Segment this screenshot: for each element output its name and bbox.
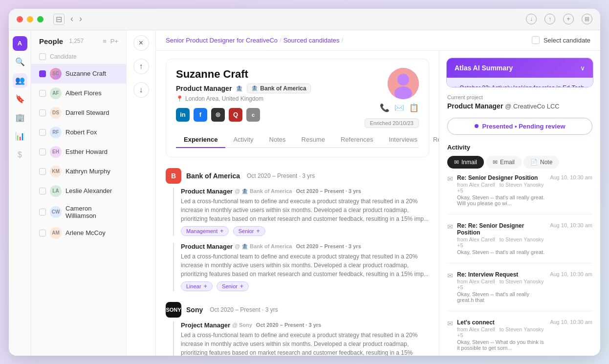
atlas-bullet-1-text: October 23: Actively looking for roles i… [459,84,585,87]
note-icon: 📄 [530,159,538,166]
sidebar-item-darrell-steward[interactable]: DS Darrell Steward [31,103,126,123]
suzanne-checkbox[interactable] [39,70,46,77]
profile-location: 📍 London Area, United Kingdom [176,95,365,102]
albert-checkbox[interactable] [39,90,46,97]
crunchbase-button[interactable]: c [246,108,260,122]
profile-area: Suzanne Craft Product Manager 🏦 🏦 Bank o… [156,51,439,356]
people-icon[interactable]: 👥 [13,73,27,88]
phone-icon[interactable]: 📞 [380,103,390,112]
minimize-dot[interactable] [27,16,33,22]
profile-title-row: Product Manager 🏦 🏦 Bank of America [176,84,365,93]
activity-subject-3: Re: Interview Request [457,271,546,278]
atlas-ai-header: Atlas AI Summary ∨ [447,58,593,78]
sidebar-header: People 1,257 ≡ P+ [31,30,126,49]
sidebar-item-leslie-alexander[interactable]: LA Leslie Alexander [31,181,126,201]
activity-item-1[interactable]: ✉ Re: Senior Designer Position from Alex… [447,174,592,206]
search-icon[interactable]: 🔍 [13,55,27,69]
tag-linear[interactable]: Linear + [181,281,213,291]
activity-tab-inmail[interactable]: ✉ Inmail [447,156,484,169]
bookmark-icon[interactable]: 🔖 [13,92,27,107]
grid-icon[interactable]: ⊞ [582,14,592,24]
robert-checkbox[interactable] [39,129,46,136]
breadcrumb-link-2[interactable]: Sourced candidates [283,37,340,44]
tag-senior-2[interactable]: Senior + [217,281,249,291]
tab-references[interactable]: References [333,132,381,148]
sidebar-item-cameron-williamson[interactable]: CW Cameron Williamson [31,201,126,223]
copy-icon[interactable]: 📋 [409,103,419,112]
add-person-icon[interactable]: P+ [110,38,118,45]
next-candidate-button[interactable]: ↓ [133,82,149,98]
breadcrumb: Senior Product Designer for CreativeCo /… [156,30,600,51]
cameron-checkbox[interactable] [39,209,46,215]
close-dot[interactable] [17,16,23,22]
tab-interviews[interactable]: Interviews [381,132,425,148]
activity-tab-note[interactable]: 📄 Note [523,156,559,169]
tag-management-1[interactable]: Management + [181,226,229,236]
app-logo-icon[interactable]: A [13,36,27,51]
esther-checkbox[interactable] [39,149,46,155]
activity-tab-email[interactable]: ✉ Email [486,156,522,169]
github-button[interactable]: ◎ [211,108,225,122]
sidebar-item-kathryn-murphy[interactable]: KM Kathryn Murphy [31,162,126,181]
sidebar-count: 1,257 [69,38,84,44]
activity-time-3: Aug 10, 10:30 am [550,271,592,277]
profile-right: 📞 ✉️ 📋 Enriched 20/10/23 [365,68,419,128]
right-panel: Atlas AI Summary ∨ October 23: Actively … [439,51,600,356]
facebook-button[interactable]: f [194,108,207,122]
tab-resume[interactable]: Resume [294,132,333,148]
sidebar-toggle-icon[interactable]: ⊟ [53,14,65,25]
activity-subject-4: Let's connect [457,319,546,326]
add-icon[interactable]: + [563,14,574,24]
sidebar: People 1,257 ≡ P+ Candidate SC Suzanne C… [31,30,127,356]
tab-reports[interactable]: Reports [425,132,439,148]
tab-experience[interactable]: Experience [176,132,225,148]
activity-item-3[interactable]: ✉ Re: Interview Request from Alex Carell… [447,271,592,303]
kathryn-checkbox[interactable] [39,168,46,175]
atlas-bullet-1: October 23: Actively looking for roles i… [455,84,585,87]
prev-candidate-button[interactable]: ↑ [133,59,149,74]
content-split: Suzanne Craft Product Manager 🏦 🏦 Bank o… [156,51,600,356]
activity-item-4[interactable]: ✉ Let's connect from Alex Carell to Stev… [447,319,592,351]
svg-point-1 [397,74,409,86]
sidebar-item-esther-howard[interactable]: EH Esther Howard [31,142,126,162]
sony-logo: SONY [166,302,181,318]
activity-body-4: Let's connect from Alex Carell to Steven… [457,319,546,351]
current-project: Current project Product Manager @ Creati… [439,87,600,114]
tab-notes[interactable]: Notes [261,132,294,148]
sidebar-item-robert-fox[interactable]: RF Robert Fox [31,123,126,142]
chart-icon[interactable]: 📊 [13,129,27,144]
email-icon[interactable]: ✉️ [394,103,404,112]
darrell-checkbox[interactable] [39,109,46,116]
exp-date-pm2: Oct 2020 – Present · 3 yrs [296,243,361,249]
leslie-checkbox[interactable] [39,188,46,194]
activity-meta-1: from Alex Carell to Steven Yanosky +5 [457,182,546,193]
share-icon[interactable]: ↑ [544,14,555,24]
quora-button[interactable]: Q [229,108,242,122]
nav-forward-icon[interactable]: › [79,14,82,25]
tag-senior-1[interactable]: Senior + [233,226,265,236]
exp-company-small-pm1: @ 🏦 Bank of America [235,188,292,194]
maximize-dot[interactable] [37,16,44,22]
sidebar-item-suzanne-craft[interactable]: SC Suzanne Craft [31,64,126,84]
breadcrumb-link-1[interactable]: Senior Product Designer for CreativeCo [166,37,278,44]
activity-section: Activity ✉ Inmail ✉ Email 📄 [439,139,600,356]
status-button[interactable]: Presented • Pending review [447,118,592,135]
select-candidate-checkbox[interactable] [532,36,540,44]
dollar-icon[interactable]: $ [13,148,27,162]
tab-activity[interactable]: Activity [225,132,261,148]
sidebar-item-arlene-mccoy[interactable]: AM Arlene McCoy [31,223,126,243]
nav-back-icon[interactable]: ‹ [70,14,73,25]
close-panel-button[interactable]: × [133,35,149,51]
sidebar-item-albert-flores[interactable]: AF Albert Flores [31,84,126,103]
inmail-label: Inmail [461,159,477,166]
arlene-checkbox[interactable] [39,230,46,236]
activity-time-1: Aug 10, 10:30 am [550,174,592,180]
atlas-chevron-icon[interactable]: ∨ [580,64,585,72]
candidate-checkbox[interactable] [39,53,46,60]
download-icon[interactable]: ↓ [526,14,537,24]
exp-company-small-pm2: @ 🏦 Bank of America [235,243,292,250]
filter-icon[interactable]: ≡ [103,38,107,45]
activity-item-2[interactable]: ✉ Re: Re: Senior Designer Position from … [447,222,592,255]
building-icon[interactable]: 🏢 [13,110,27,125]
linkedin-button[interactable]: in [176,108,190,122]
